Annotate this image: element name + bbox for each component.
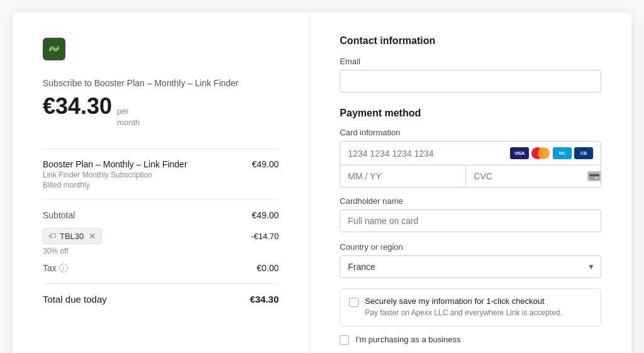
card-cvc-input[interactable] — [474, 171, 584, 181]
card-number-row: VISA MC CB — [340, 141, 601, 165]
checkout-container: Subscribe to Booster Plan – Monthly – Li… — [13, 13, 631, 353]
payment-method-title: Payment method — [340, 108, 601, 119]
save-info-checkbox[interactable] — [349, 298, 358, 307]
divider-1 — [43, 148, 279, 149]
line-item-price: €49.00 — [252, 159, 279, 169]
price-period: per month — [117, 106, 140, 128]
total-label: Total due today — [43, 294, 107, 305]
card-expiry-cvc-row — [340, 165, 601, 188]
divider-3 — [43, 283, 279, 284]
price-row: €34.30 per month — [43, 93, 279, 128]
card-icons: VISA MC CB — [510, 147, 593, 159]
country-select[interactable]: France Germany United Kingdom Spain Ital… — [340, 255, 601, 278]
line-item-name: Booster Plan – Monthly – Link Finder — [43, 159, 252, 169]
tax-label: Tax i — [43, 263, 68, 273]
brand-logo — [43, 38, 65, 60]
tax-value: €0.00 — [257, 263, 279, 273]
left-panel: Subscribe to Booster Plan – Monthly – Li… — [13, 13, 309, 353]
line-item-desc2: Billed monthly — [43, 181, 252, 189]
subtotal-row: Subtotal €49.00 — [43, 210, 279, 220]
tag-icon: 🏷 — [48, 232, 56, 240]
save-info-title: Securely save my information for 1-click… — [365, 296, 562, 306]
card-expiry-input[interactable] — [340, 165, 465, 187]
cb-icon: CB — [574, 147, 593, 159]
subtotal-label: Subtotal — [43, 210, 75, 220]
coupon-remove-button[interactable]: ✕ — [89, 231, 96, 241]
coupon-badge: 🏷 TBL30 ✕ — [43, 228, 102, 244]
cardholder-label: Cardholder name — [340, 196, 601, 206]
email-label: Email — [340, 57, 601, 66]
card-number-input[interactable] — [348, 148, 510, 159]
subscribe-title: Subscribe to Booster Plan – Monthly – Li… — [43, 78, 279, 88]
line-item-desc1: Link Finder Monthly Subscription — [43, 171, 252, 179]
visa-icon: VISA — [510, 147, 529, 159]
save-info-desc: Pay faster on Apexx LLC and everywhere L… — [365, 308, 562, 318]
coupon-row: 🏷 TBL30 ✕ -€14.70 — [43, 228, 279, 244]
cvc-icon — [587, 171, 601, 181]
svg-rect-1 — [589, 173, 599, 180]
business-checkbox[interactable] — [340, 335, 349, 345]
contact-title: Contact information — [340, 35, 601, 47]
email-input[interactable] — [340, 70, 601, 92]
cardholder-input[interactable] — [340, 210, 601, 232]
mastercard-icon — [531, 147, 550, 159]
line-item: Booster Plan – Monthly – Link Finder Lin… — [43, 159, 279, 189]
card-info-label: Card information — [340, 128, 601, 137]
tax-info-icon[interactable]: i — [59, 264, 68, 272]
country-label: Country or region — [340, 242, 601, 252]
business-row: I'm purchasing as a business — [340, 334, 601, 345]
business-label: I'm purchasing as a business — [355, 335, 460, 344]
divider-2 — [43, 199, 279, 200]
coupon-code: TBL30 — [60, 232, 84, 241]
country-select-wrap: France Germany United Kingdom Spain Ital… — [340, 255, 601, 278]
coupon-off-label: 30% off — [43, 247, 279, 255]
subtotal-value: €49.00 — [252, 210, 279, 220]
price-main: €34.30 — [43, 93, 112, 120]
total-row: Total due today €34.30 — [43, 294, 279, 305]
total-value: €34.30 — [250, 294, 279, 305]
tax-row: Tax i €0.00 — [43, 263, 279, 273]
maestro-icon: MC — [553, 147, 572, 159]
svg-rect-2 — [589, 174, 599, 176]
svg-rect-3 — [595, 177, 598, 178]
save-info-box: Securely save my information for 1-click… — [340, 288, 601, 327]
coupon-discount: -€14.70 — [251, 232, 279, 241]
right-panel: Contact information Email Payment method… — [309, 13, 631, 353]
